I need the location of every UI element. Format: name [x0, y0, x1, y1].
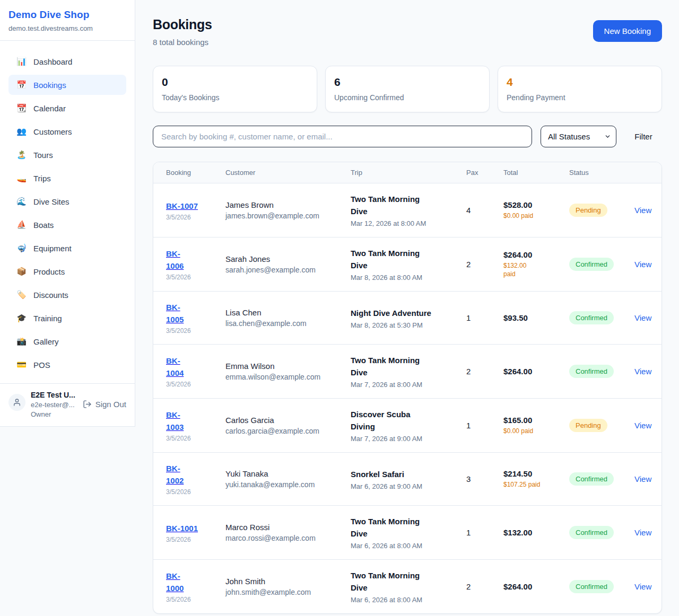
customer-cell: James Brownjames.brown@example.com [225, 200, 351, 220]
trip-name-line: Two Tank Morning [351, 193, 443, 205]
sidebar-item-bookings[interactable]: 📅Bookings [8, 75, 126, 95]
actions-cell: View [628, 421, 651, 430]
booking-id-link[interactable]: BK-1000 [166, 570, 225, 594]
customer-cell: Emma Wilsonemma.wilson@example.com [225, 362, 351, 381]
total-cell: $93.50 [503, 313, 569, 322]
table-row: BK-10023/5/2026Yuki Tanakayuki.tanaka@ex… [153, 453, 661, 506]
total-amount: $132.00 [503, 528, 569, 537]
actions-cell: View [628, 260, 651, 269]
booking-date: 3/5/2026 [166, 381, 225, 388]
booking-cell: BK-10033/5/2026 [166, 409, 225, 442]
sidebar-item-label: Discounts [33, 291, 68, 300]
customer-email: emma.wilson@example.com [225, 373, 351, 381]
user-info: E2E Test U... e2e-tester@... Owner [31, 391, 77, 418]
booking-cell: BK-10023/5/2026 [166, 462, 225, 496]
sidebar-item-tours[interactable]: 🏝️Tours [8, 145, 126, 165]
sidebar-item-training[interactable]: 🎓Training [8, 308, 126, 328]
trip-cell: Two Tank MorningDiveMar 6, 2026 at 8:00 … [351, 515, 466, 550]
user-role: Owner [31, 410, 77, 418]
booking-id-link[interactable]: BK-1006 [166, 248, 225, 272]
booking-id-link[interactable]: BK-1005 [166, 301, 225, 325]
total-amount: $93.50 [503, 313, 569, 322]
customers-icon: 👥 [16, 127, 27, 136]
view-link[interactable]: View [628, 421, 651, 430]
dive-sites-icon: 🌊 [16, 197, 27, 206]
view-link[interactable]: View [628, 313, 651, 322]
sidebar-item-label: POS [33, 360, 50, 369]
sidebar-item-products[interactable]: 📦Products [8, 261, 126, 281]
status-badge: Confirmed [569, 526, 614, 539]
booking-id-line: BK- [166, 462, 225, 474]
trip-name-line: Snorkel Safari [351, 468, 443, 480]
trip-cell: Two Tank MorningDiveMar 6, 2026 at 8:00 … [351, 569, 466, 604]
status-cell: Confirmed [569, 526, 628, 539]
actions-cell: View [628, 474, 651, 484]
status-cell: Pending [569, 204, 628, 217]
sidebar-item-discounts[interactable]: 🏷️Discounts [8, 285, 126, 305]
booking-id-link[interactable]: BK-1001 [166, 522, 225, 534]
sidebar-item-pos[interactable]: 💳POS [8, 355, 126, 375]
status-cell: Confirmed [569, 472, 628, 486]
trip-name: Two Tank MorningDive [351, 515, 443, 540]
sidebar-item-calendar[interactable]: 📆Calendar [8, 98, 126, 118]
sidebar-item-gallery[interactable]: 📸Gallery [8, 331, 126, 351]
sidebar-item-boats[interactable]: ⛵Boats [8, 215, 126, 235]
trip-datetime: Mar 6, 2026 at 8:00 AM [351, 596, 466, 604]
view-link[interactable]: View [628, 474, 651, 483]
customer-name: Yuki Tanaka [225, 469, 351, 478]
column-header-pax: Pax [466, 169, 503, 177]
view-link[interactable]: View [628, 206, 651, 215]
customer-email: john.smith@example.com [225, 588, 351, 596]
training-icon: 🎓 [16, 313, 27, 323]
stat-value: 6 [334, 76, 481, 89]
trip-name-line: Dive [351, 259, 443, 271]
trip-name: Snorkel Safari [351, 468, 443, 480]
trip-datetime: Mar 8, 2026 at 8:00 AM [351, 274, 466, 281]
actions-cell: View [628, 367, 651, 376]
booking-date: 3/5/2026 [166, 488, 225, 496]
view-link[interactable]: View [628, 367, 651, 376]
booking-id-link[interactable]: BK-1007 [166, 200, 225, 212]
customer-name: James Brown [225, 200, 351, 209]
stat-label: Today's Bookings [162, 93, 308, 102]
booking-date: 3/5/2026 [166, 596, 225, 603]
view-link[interactable]: View [628, 582, 651, 591]
shop-name[interactable]: Demo Dive Shop [8, 9, 126, 21]
status-select[interactable]: All Statuses [541, 126, 616, 147]
booking-id-link[interactable]: BK-1003 [166, 409, 225, 433]
sidebar-item-dive-sites[interactable]: 🌊Dive Sites [8, 191, 126, 212]
search-input[interactable] [153, 126, 532, 147]
customer-cell: John Smithjohn.smith@example.com [225, 577, 351, 596]
trip-name-line: Dive [351, 527, 443, 540]
status-badge: Confirmed [569, 365, 614, 378]
sidebar-item-trips[interactable]: 🚤Trips [8, 168, 126, 188]
booking-id-line: BK- [166, 409, 225, 421]
actions-cell: View [628, 313, 651, 323]
total-cell: $264.00$132.00paid [503, 250, 569, 278]
pax-cell: 1 [466, 313, 503, 323]
status-badge: Confirmed [569, 472, 614, 486]
customer-email: sarah.jones@example.com [225, 266, 351, 274]
paid-amount: $0.00 paid [503, 427, 569, 435]
view-link[interactable]: View [628, 260, 651, 269]
sidebar-item-label: Customers [33, 127, 72, 136]
sidebar-item-equipment[interactable]: 🤿Equipment [8, 238, 126, 258]
trips-icon: 🚤 [16, 173, 27, 183]
avatar [8, 394, 25, 411]
new-booking-button[interactable]: New Booking [593, 20, 662, 42]
sidebar-item-dashboard[interactable]: 📊Dashboard [8, 51, 126, 72]
view-link[interactable]: View [628, 528, 651, 537]
total-amount: $264.00 [503, 582, 569, 591]
paid-amount: $107.25 paid [503, 480, 569, 489]
filter-button[interactable]: Filter [625, 132, 662, 141]
sidebar-item-customers[interactable]: 👥Customers [8, 121, 126, 142]
column-header-booking: Booking [166, 169, 225, 177]
booking-id-line: BK-1007 [166, 200, 225, 212]
booking-id-link[interactable]: BK-1002 [166, 462, 225, 487]
sign-out-label: Sign Out [95, 400, 126, 409]
trip-name-line: Dive [351, 366, 443, 379]
total-cell: $528.00$0.00 paid [503, 200, 569, 220]
booking-date: 3/5/2026 [166, 214, 225, 221]
sign-out-button[interactable]: Sign Out [83, 400, 126, 409]
booking-id-link[interactable]: BK-1004 [166, 355, 225, 379]
